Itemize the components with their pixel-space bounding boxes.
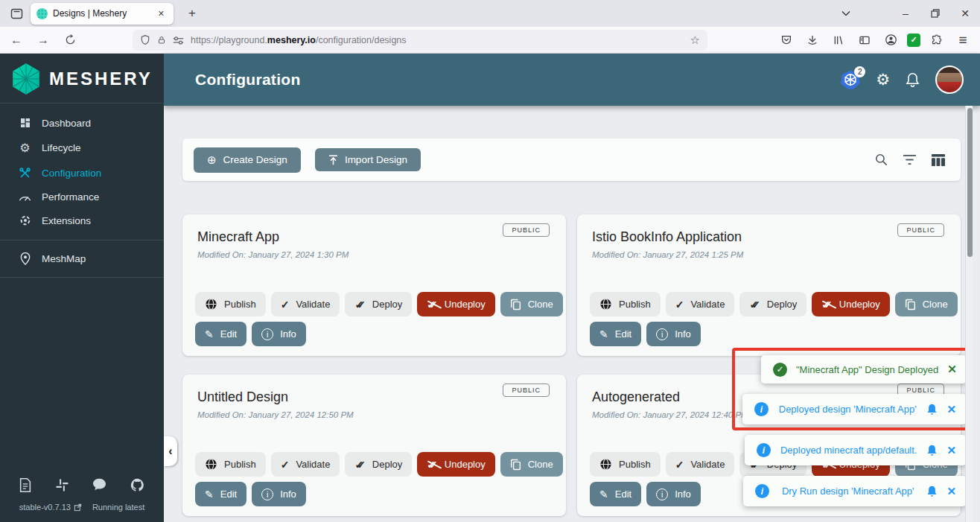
browser-toolbar-icons: ✓ ≡ [777, 31, 973, 50]
settings-gear-icon[interactable]: ⚙ [876, 71, 890, 89]
globe-icon [599, 298, 612, 311]
chat-icon[interactable] [92, 478, 106, 492]
toast-deployed-app: i Deployed minecraft app/default. ✕ [745, 435, 967, 465]
refresh-icon[interactable] [60, 30, 80, 51]
undeploy-button[interactable]: ✓✓Undeploy [417, 452, 494, 477]
back-icon[interactable]: ← [6, 30, 27, 51]
downloads-icon[interactable] [803, 31, 822, 50]
validate-button[interactable]: ✓Validate [271, 452, 340, 477]
import-design-button[interactable]: Import Design [315, 148, 421, 171]
publish-button[interactable]: Publish [590, 292, 661, 316]
toast-bell-icon[interactable] [926, 485, 938, 497]
info-button[interactable]: iInfo [646, 322, 701, 346]
deploy-button[interactable]: ✓✓Deploy [345, 292, 412, 316]
toast-close-icon[interactable]: ✕ [946, 403, 956, 416]
notifications-bell-icon[interactable] [906, 72, 920, 88]
sidebar-item-meshmap[interactable]: MeshMap [0, 245, 164, 273]
adblock-extension-icon[interactable]: ✓ [907, 34, 920, 47]
edit-button[interactable]: ✎Edit [590, 482, 641, 506]
check-icon: ✓ [675, 459, 684, 471]
clone-button[interactable]: Clone [500, 292, 563, 316]
restore-button[interactable] [920, 1, 950, 26]
deploy-button[interactable]: ✓✓Deploy [345, 452, 412, 477]
meshmap-pin-icon [18, 252, 32, 265]
forward-icon[interactable]: → [33, 30, 54, 51]
pencil-icon: ✎ [599, 328, 608, 340]
library-icon[interactable] [829, 31, 848, 50]
info-button[interactable]: iInfo [252, 322, 306, 346]
minimize-button[interactable]: – [891, 1, 920, 26]
sidebar-collapse-handle[interactable]: ‹ [164, 436, 177, 466]
list-tabs-chevron-icon[interactable] [831, 1, 861, 26]
publish-button[interactable]: Publish [195, 292, 266, 316]
publish-button[interactable]: Publish [195, 452, 266, 477]
edit-button[interactable]: ✎Edit [590, 322, 641, 346]
edit-button[interactable]: ✎Edit [195, 322, 246, 346]
publish-button[interactable]: Publish [590, 452, 661, 477]
new-tab-button[interactable]: + [182, 4, 202, 23]
info-button[interactable]: iInfo [646, 482, 701, 506]
toast-close-icon[interactable]: ✕ [946, 485, 956, 498]
undeploy-button[interactable]: ✓✓Undeploy [812, 292, 889, 316]
lock-icon[interactable] [157, 35, 166, 45]
url-text: https://playground.meshery.io/configurat… [191, 35, 684, 45]
meshery-app: MESHERY Dashboard ⚙ Lifecycle C [0, 54, 980, 522]
github-icon[interactable] [130, 478, 144, 492]
undeploy-button[interactable]: ✓✓Undeploy [417, 292, 494, 316]
scrollbar-thumb[interactable] [967, 108, 973, 257]
account-icon[interactable] [881, 31, 900, 50]
url-bar[interactable]: https://playground.meshery.io/configurat… [133, 30, 707, 51]
success-check-icon: ✓ [773, 363, 787, 377]
edit-button[interactable]: ✎Edit [195, 482, 246, 506]
sidebar-item-performance[interactable]: Performance [0, 185, 164, 209]
sidebar: MESHERY Dashboard ⚙ Lifecycle C [0, 54, 164, 522]
sidebar-item-lifecycle[interactable]: ⚙ Lifecycle [0, 135, 164, 161]
docs-icon[interactable] [19, 478, 31, 492]
tab-close-icon[interactable]: ✕ [155, 7, 168, 20]
sidebar-toggle-icon[interactable] [855, 31, 874, 50]
slack-icon[interactable] [55, 478, 69, 492]
double-check-icon: ✓✓ [354, 459, 365, 471]
close-window-button[interactable]: ✕ [950, 1, 980, 26]
sidebar-divider [0, 277, 164, 278]
scrollbar-track[interactable] [965, 106, 973, 522]
clone-button[interactable]: Clone [500, 452, 563, 477]
permissions-icon[interactable] [173, 36, 184, 45]
menu-hamburger-icon[interactable]: ≡ [953, 31, 973, 50]
validate-button[interactable]: ✓Validate [271, 292, 340, 316]
table-view-icon[interactable] [931, 153, 946, 167]
create-design-button[interactable]: ⊕ Create Design [194, 147, 301, 173]
globe-icon [205, 298, 217, 311]
kubernetes-context-icon[interactable]: 2 [841, 70, 860, 89]
double-check-icon: ✓✓ [354, 299, 365, 311]
sidebar-item-dashboard[interactable]: Dashboard [0, 111, 164, 135]
app-header: Configuration 2 ⚙ [164, 54, 980, 106]
pocket-icon[interactable] [777, 31, 796, 50]
extensions-puzzle-icon[interactable] [927, 31, 946, 50]
bookmark-star-icon[interactable]: ☆ [690, 34, 700, 47]
search-icon[interactable] [874, 153, 888, 167]
sidebar-nav: Dashboard ⚙ Lifecycle Configuration [0, 104, 164, 235]
page-title: Configuration [195, 71, 301, 89]
toast-bell-icon[interactable] [926, 403, 938, 416]
filter-icon[interactable] [903, 154, 917, 165]
shield-icon[interactable] [140, 34, 150, 45]
designs-action-bar: ⊕ Create Design Import Design [182, 139, 961, 181]
sidebar-item-extensions[interactable]: Extensions [0, 209, 164, 232]
design-title: Minecraft App [197, 229, 551, 245]
user-avatar[interactable] [935, 66, 964, 94]
brand[interactable]: MESHERY [0, 54, 164, 104]
firefox-view-icon[interactable] [7, 4, 26, 23]
clone-button[interactable]: Clone [895, 292, 958, 316]
sidebar-item-configuration[interactable]: Configuration [0, 161, 164, 185]
info-button[interactable]: iInfo [252, 482, 306, 506]
deploy-button[interactable]: ✓✓Deploy [739, 292, 806, 316]
toast-close-icon[interactable]: ✕ [947, 363, 957, 376]
validate-button[interactable]: ✓Validate [666, 292, 735, 316]
version-link[interactable]: stable-v0.7.13 [19, 503, 82, 512]
browser-tab[interactable]: Designs | Meshery ✕ [31, 3, 174, 25]
toast-close-icon[interactable]: ✕ [946, 444, 956, 457]
toast-bell-icon[interactable] [926, 444, 938, 456]
main-content: ⊕ Create Design Import Design [164, 106, 973, 522]
validate-button[interactable]: ✓Validate [666, 452, 735, 477]
